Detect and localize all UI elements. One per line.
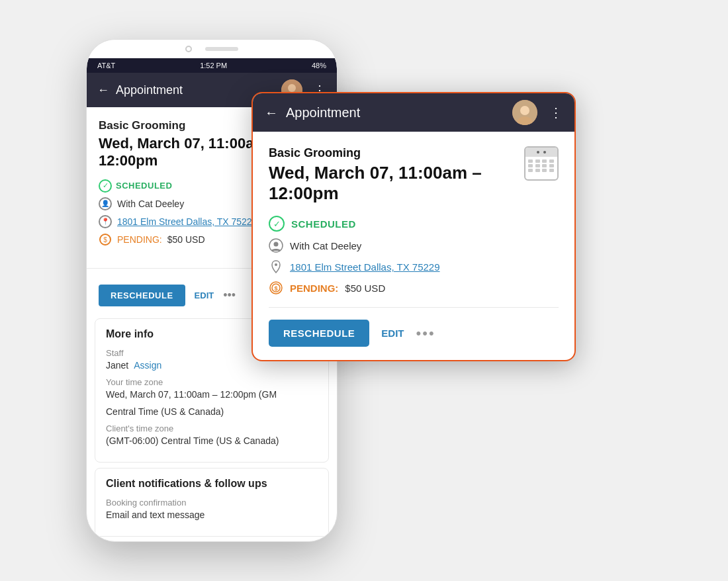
status-icon-front: ✓ (269, 216, 285, 232)
pending-label-back: PENDING: (117, 234, 162, 245)
card-header: ← Appointment ⋮ (253, 93, 574, 132)
status-text-front: SCHEDULED (291, 218, 356, 230)
with-row-front: With Cat Deeley (269, 238, 559, 253)
more-button-back[interactable]: ••• (223, 289, 236, 302)
location-icon-front (269, 259, 283, 274)
carrier-back: AT&T (97, 62, 115, 69)
pending-row-front: $ PENDING: $50 USD (269, 281, 559, 295)
svg-point-10 (275, 263, 277, 266)
battery-back: 48% (312, 62, 326, 69)
back-arrow-front[interactable]: ← (265, 105, 278, 120)
phone-notch (87, 40, 337, 58)
edit-button-back[interactable]: EDIT (195, 290, 214, 300)
edit-button-front[interactable]: EDIT (381, 328, 404, 339)
client-tz-value-back: (GMT-06:00) Central Time (US & Canada) (106, 435, 318, 446)
status-text-back: SCHEDULED (116, 181, 172, 191)
front-camera (185, 46, 192, 52)
assign-link-back[interactable]: Assign (134, 360, 161, 371)
more-button-front[interactable]: ••• (416, 325, 435, 342)
booking-label-back: Booking confirmation (106, 498, 318, 508)
datetime-front: Wed, March 07, 11:00am – 12:00pm (269, 163, 494, 204)
svg-point-9 (274, 242, 279, 247)
svg-text:$: $ (103, 236, 107, 244)
status-row-front: ✓ SCHEDULED (269, 216, 559, 232)
address-front[interactable]: 1801 Elm Street Dallas, TX 75229 (290, 261, 440, 273)
front-card: ← Appointment ⋮ (251, 92, 576, 361)
booking-value-back: Email and text message (106, 510, 318, 520)
notifications-section-back: Client notifications & follow ups Bookin… (95, 468, 329, 537)
time-back: 1:52 PM (200, 62, 227, 69)
address-row-front: 1801 Elm Street Dallas, TX 75229 (269, 259, 559, 274)
person-icon-back: 👤 (99, 197, 112, 210)
cal-dot-left (537, 151, 539, 154)
pending-icon-front: $ (269, 281, 283, 295)
pending-icon-back: $ (99, 233, 112, 246)
reschedule-button-back[interactable]: RESCHEDULE (99, 285, 185, 306)
header-title-front: Appointment (286, 105, 504, 120)
svg-point-6 (520, 106, 529, 115)
calendar-icon (524, 146, 559, 181)
speaker (205, 47, 238, 51)
with-person-back: With Cat Deeley (117, 199, 184, 209)
calendar-top (525, 148, 557, 157)
service-name-front: Basic Grooming (269, 146, 559, 160)
notifications-title-back: Client notifications & follow ups (106, 478, 318, 490)
staff-row-back: Janet Assign (106, 360, 318, 371)
more-menu-front[interactable]: ⋮ (549, 105, 563, 120)
with-person-front: With Cat Deeley (290, 240, 361, 251)
person-icon-front (269, 238, 283, 253)
scene: AT&T 1:52 PM 48% ← Appointment ⋮ (66, 19, 662, 562)
calendar-grid (525, 157, 557, 175)
svg-text:$: $ (274, 285, 277, 292)
pending-amount-back: $50 USD (167, 234, 205, 245)
client-tz-label-back: Client's time zone (106, 424, 318, 433)
tz-sub-back: Central Time (US & Canada) (106, 406, 318, 417)
header-title-back: Appointment (116, 83, 275, 97)
avatar-front (512, 100, 537, 125)
tz-label-back: Your time zone (106, 377, 318, 387)
front-divider (269, 307, 559, 308)
front-buttons: RESCHEDULE EDIT ••• (269, 320, 559, 347)
back-arrow-back[interactable]: ← (97, 83, 109, 97)
pending-amount-front: $50 USD (345, 283, 385, 294)
pending-label-front: PENDING: (290, 283, 338, 294)
staff-name-back: Janet (106, 360, 128, 371)
tz-value-back: Wed, March 07, 11:00am – 12:00pm (GM (106, 389, 318, 400)
cal-dot-right (543, 151, 546, 154)
card-body: Basic Grooming Wed, March 07, 11:00am – … (253, 132, 574, 360)
status-icon-back: ✓ (99, 179, 112, 193)
svg-point-1 (288, 84, 296, 92)
location-icon-back: 📍 (99, 215, 112, 228)
reschedule-button-front[interactable]: RESCHEDULE (269, 320, 369, 347)
status-bar-back: AT&T 1:52 PM 48% (87, 58, 337, 73)
address-back[interactable]: 1801 Elm Street Dallas, TX 75229 (117, 216, 257, 227)
